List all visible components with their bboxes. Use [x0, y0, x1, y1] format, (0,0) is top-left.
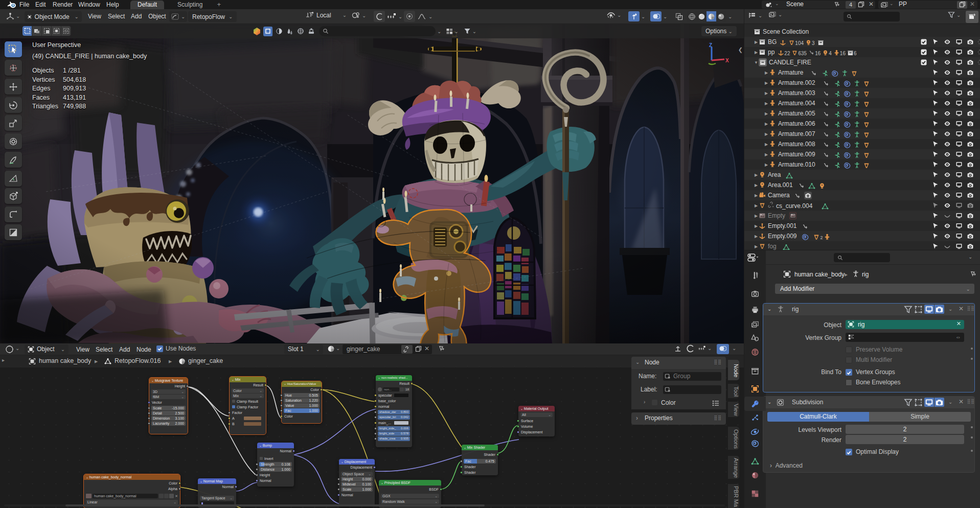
svg-text:X: X [725, 58, 729, 63]
svg-text:Z: Z [709, 42, 712, 48]
